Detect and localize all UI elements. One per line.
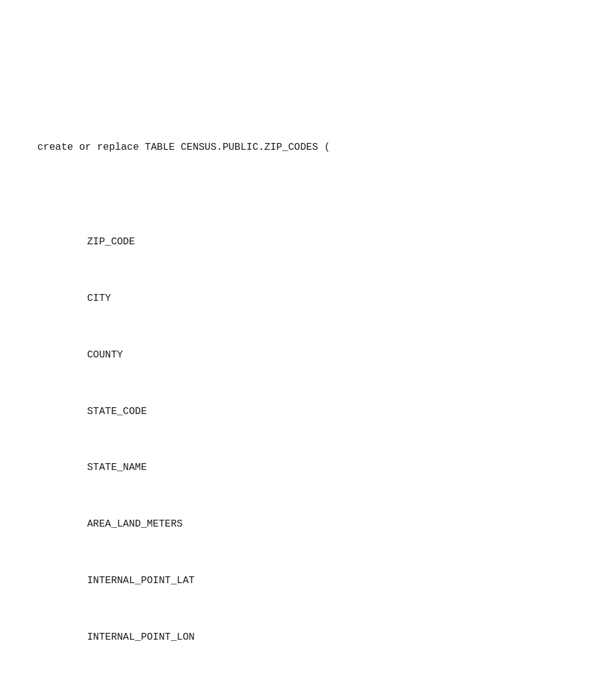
field-area-land: AREA_LAND_METERS: [87, 515, 559, 533]
field-county: COUNTY: [87, 346, 559, 364]
sql-editor: create or replace TABLE CENSUS.PUBLIC.ZI…: [37, 25, 559, 700]
zip-codes-fields: ZIP_CODE CITY COUNTY STATE_CODE STATE_NA…: [37, 195, 559, 684]
create-zip-codes-line: create or replace TABLE CENSUS.PUBLIC.ZI…: [37, 138, 559, 157]
field-zip-code: ZIP_CODE: [87, 233, 559, 251]
field-state-name: STATE_NAME: [87, 458, 559, 477]
field-internal-lat: INTERNAL_POINT_LAT: [87, 571, 559, 590]
field-state-code: STATE_CODE: [87, 402, 559, 421]
field-city: CITY: [87, 289, 559, 308]
field-internal-lon: INTERNAL_POINT_LON: [87, 628, 559, 647]
zip-codes-section: create or replace TABLE CENSUS.PUBLIC.ZI…: [37, 101, 559, 700]
